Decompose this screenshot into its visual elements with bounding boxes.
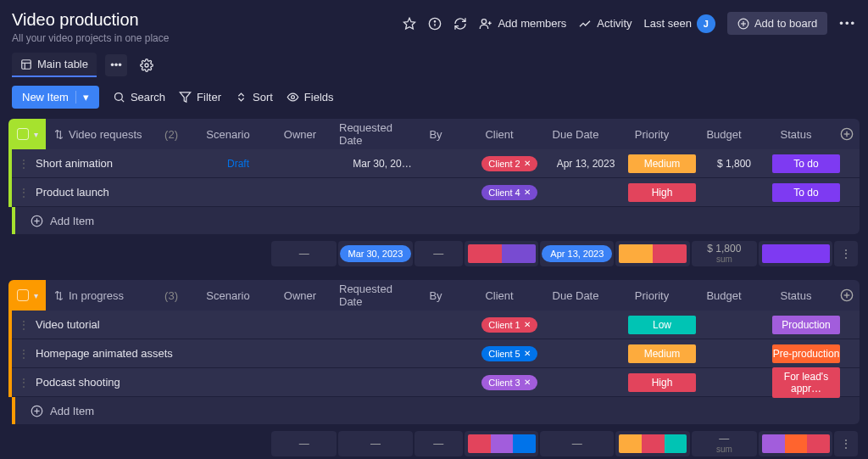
table-row[interactable]: ⋮ Podcast shooting Client 3✕ High For le… [8, 368, 860, 397]
integrate-icon[interactable] [453, 17, 467, 31]
item-name[interactable]: Short animation [36, 157, 113, 170]
column-header-client[interactable]: Client [461, 289, 537, 302]
settings-icon[interactable] [136, 54, 158, 76]
cell-priority[interactable]: Medium [624, 344, 700, 363]
chevron-down-icon[interactable]: ▾ [34, 130, 38, 139]
cell-client[interactable]: Client 2✕ [471, 156, 548, 171]
cell-scenario[interactable]: Draft [200, 158, 276, 170]
column-header-scenario[interactable]: Scenario [190, 289, 266, 302]
priority-pill[interactable]: High [628, 183, 696, 202]
cell-status[interactable]: Production [768, 316, 844, 334]
sort-button[interactable]: Sort [235, 91, 273, 104]
checkbox[interactable] [17, 128, 29, 140]
column-header-due[interactable]: Due Date [537, 289, 614, 302]
favorite-icon[interactable] [403, 17, 416, 31]
column-header-status[interactable]: Status [758, 289, 834, 302]
table-row[interactable]: ⋮ Short animation Draft Mar 30, 20… Clie… [8, 149, 860, 178]
column-header-name[interactable]: ⇅ In progress (3) [46, 289, 190, 302]
close-icon[interactable]: ✕ [524, 378, 531, 387]
checkbox[interactable] [17, 289, 29, 301]
close-icon[interactable]: ✕ [524, 188, 531, 197]
close-icon[interactable]: ✕ [524, 349, 531, 358]
summary-more-icon[interactable]: ⋮ [834, 241, 858, 266]
cell-priority[interactable]: Medium [624, 154, 700, 173]
add-to-board-button[interactable]: Add to board [727, 12, 827, 35]
cell-budget[interactable]: $ 1,800 [700, 158, 768, 170]
drag-handle-icon[interactable]: ⋮ [19, 348, 29, 360]
client-chip[interactable]: Client 1✕ [481, 317, 537, 333]
cell-priority[interactable]: High [624, 373, 700, 392]
status-pill[interactable]: Pre-production [772, 344, 840, 363]
group-toggle[interactable]: ▾ [8, 119, 46, 149]
client-chip[interactable]: Client 3✕ [481, 375, 537, 390]
table-row[interactable]: ⋮ Video tutorial Client 1✕ Low Productio… [8, 311, 860, 339]
drag-handle-icon[interactable]: ⋮ [19, 158, 29, 170]
item-name[interactable]: Product launch [36, 186, 109, 199]
column-header-scenario[interactable]: Scenario [190, 128, 266, 141]
add-members-button[interactable]: Add members [479, 17, 566, 31]
drag-handle-icon[interactable]: ⋮ [19, 377, 29, 389]
column-header-by[interactable]: By [410, 289, 461, 302]
column-header-name[interactable]: ⇅ Video requests (2) [46, 128, 190, 141]
drag-handle-icon[interactable]: ⋮ [19, 319, 29, 331]
tab-main-table[interactable]: Main table [12, 53, 97, 77]
drag-handle-icon[interactable]: ⋮ [19, 187, 29, 199]
column-header-by[interactable]: By [410, 128, 461, 141]
cell-status[interactable]: To do [768, 183, 844, 202]
column-header-due[interactable]: Due Date [537, 128, 614, 141]
table-row[interactable]: ⋮ Product launch Client 4✕ High To do [8, 178, 860, 207]
cell-client[interactable]: Client 1✕ [471, 317, 548, 333]
filter-button[interactable]: Filter [179, 91, 221, 104]
avatar[interactable]: J [697, 14, 715, 33]
tab-more-icon[interactable]: ••• [105, 54, 127, 76]
summary-more-icon[interactable]: ⋮ [834, 431, 858, 456]
priority-pill[interactable]: Medium [628, 154, 696, 173]
item-name[interactable]: Video tutorial [36, 318, 100, 331]
cell-requested[interactable]: Mar 30, 20… [344, 158, 420, 170]
item-name[interactable]: Podcast shooting [36, 376, 120, 389]
column-header-budget[interactable]: Budget [690, 289, 758, 302]
cell-client[interactable]: Client 4✕ [471, 185, 548, 200]
column-header-priority[interactable]: Priority [614, 128, 690, 141]
more-icon[interactable]: ••• [839, 17, 856, 30]
add-item-button[interactable]: Add Item [12, 207, 860, 234]
search-button[interactable]: Search [113, 91, 165, 104]
last-seen[interactable]: Last seen J [644, 14, 715, 33]
priority-pill[interactable]: Low [628, 316, 696, 334]
add-item-button[interactable]: Add Item [12, 397, 860, 424]
fields-button[interactable]: Fields [287, 91, 334, 104]
column-header-requested[interactable]: Requested Date [334, 121, 410, 147]
cell-status[interactable]: To do [768, 154, 844, 173]
new-item-button[interactable]: New Item ▾ [12, 86, 99, 109]
table-row[interactable]: ⋮ Homepage animated assets Client 5✕ Med… [8, 339, 860, 368]
client-chip[interactable]: Client 4✕ [481, 185, 537, 200]
column-header-priority[interactable]: Priority [614, 289, 690, 302]
group-toggle[interactable]: ▾ [8, 280, 46, 311]
status-pill[interactable]: To do [772, 183, 840, 202]
cell-priority[interactable]: Low [624, 316, 700, 334]
cell-priority[interactable]: High [624, 183, 700, 202]
status-pill[interactable]: For lead's appr… [772, 367, 840, 398]
priority-pill[interactable]: High [628, 373, 696, 392]
client-chip[interactable]: Client 5✕ [481, 346, 537, 361]
close-icon[interactable]: ✕ [524, 320, 531, 329]
add-column-icon[interactable] [834, 288, 860, 302]
chevron-down-icon[interactable]: ▾ [34, 291, 38, 300]
column-header-status[interactable]: Status [758, 128, 834, 141]
item-name[interactable]: Homepage animated assets [36, 347, 173, 360]
priority-pill[interactable]: Medium [628, 344, 696, 363]
chevron-down-icon[interactable]: ▾ [75, 91, 89, 104]
column-header-client[interactable]: Client [461, 128, 537, 141]
cell-due[interactable]: Apr 13, 2023 [548, 158, 624, 170]
activity-button[interactable]: Activity [578, 17, 632, 31]
column-header-requested[interactable]: Requested Date [334, 283, 410, 308]
column-header-owner[interactable]: Owner [266, 289, 334, 302]
close-icon[interactable]: ✕ [524, 159, 531, 168]
status-pill[interactable]: To do [772, 154, 840, 173]
client-chip[interactable]: Client 2✕ [481, 156, 537, 171]
status-pill[interactable]: Production [772, 316, 840, 334]
cell-status[interactable]: Pre-production [768, 344, 844, 363]
cell-client[interactable]: Client 5✕ [471, 346, 548, 361]
cell-status[interactable]: For lead's appr… [768, 367, 844, 398]
column-header-owner[interactable]: Owner [266, 128, 334, 141]
